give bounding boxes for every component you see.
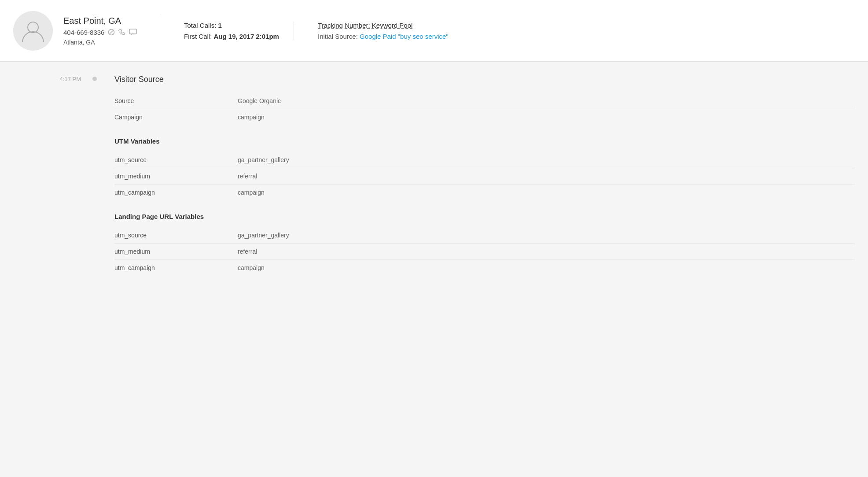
chat-icon[interactable] (129, 29, 137, 36)
initial-source-line: Initial Source: Google Paid "buy seo ser… (318, 33, 449, 40)
table-row: utm_campaign campaign (114, 185, 855, 200)
source-table: Source Google Organic Campaign campaign (114, 93, 855, 125)
total-calls-label: Total Calls: (184, 22, 216, 29)
contact-info: East Point, GA 404-669-8336 A (63, 16, 160, 46)
campaign-val: campaign (238, 114, 265, 121)
svg-point-0 (28, 22, 38, 33)
table-row: Source Google Organic (114, 93, 855, 109)
landing-utm-medium-key: utm_medium (114, 248, 238, 255)
table-row: utm_source ga_partner_gallery (114, 152, 855, 168)
contact-phone: 404-669-8336 (63, 29, 104, 36)
total-calls-line: Total Calls: 1 (184, 22, 280, 29)
svg-line-2 (109, 30, 114, 34)
time-label: 4:17 PM (60, 76, 81, 288)
contact-phone-row: 404-669-8336 (63, 29, 147, 36)
utm-medium-key: utm_medium (114, 173, 238, 180)
landing-utm-source-val: ga_partner_gallery (238, 232, 289, 239)
landing-table: utm_source ga_partner_gallery utm_medium… (114, 227, 855, 276)
section-title: Visitor Source (114, 75, 855, 84)
source-val: Google Organic (238, 97, 281, 104)
source-keyword: "buy seo service" (398, 33, 449, 40)
first-call-label: First Call: (184, 33, 212, 40)
contact-header: East Point, GA 404-669-8336 A (0, 0, 868, 62)
block-icon[interactable] (108, 29, 115, 36)
utm-source-key: utm_source (114, 156, 238, 163)
total-calls-value: 1 (218, 22, 222, 29)
timeline-area: 4:17 PM Visitor Source Source Google Org… (0, 62, 868, 301)
tracking-info: Tracking Number: Keyword Pool Initial So… (305, 22, 449, 40)
tracking-number-line: Tracking Number: Keyword Pool (318, 22, 449, 29)
source-key: Source (114, 97, 238, 104)
utm-campaign-key: utm_campaign (114, 189, 238, 196)
source-paid: Google Paid (360, 33, 396, 40)
table-row: utm_campaign campaign (114, 260, 855, 276)
timeline-dot-col (88, 75, 101, 288)
contact-city: East Point, GA (63, 16, 147, 26)
table-row: utm_source ga_partner_gallery (114, 227, 855, 244)
utm-source-val: ga_partner_gallery (238, 156, 289, 163)
phone-icon[interactable] (118, 29, 125, 36)
landing-utm-campaign-val: campaign (238, 264, 265, 271)
utm-campaign-val: campaign (238, 189, 265, 196)
contact-location: Atlanta, GA (63, 39, 147, 46)
landing-utm-medium-val: referral (238, 248, 257, 255)
table-row: utm_medium referral (114, 168, 855, 185)
timeline-dot (92, 77, 97, 81)
landing-utm-campaign-key: utm_campaign (114, 264, 238, 271)
landing-utm-source-key: utm_source (114, 232, 238, 239)
utm-table: utm_source ga_partner_gallery utm_medium… (114, 152, 855, 200)
utm-medium-val: referral (238, 173, 257, 180)
table-row: utm_medium referral (114, 244, 855, 260)
timeline-content: Visitor Source Source Google Organic Cam… (101, 75, 868, 288)
initial-source-label: Initial Source: (318, 33, 358, 40)
landing-section-title: Landing Page URL Variables (114, 213, 855, 220)
tracking-number-label: Tracking Number: (318, 22, 370, 29)
table-row: Campaign campaign (114, 109, 855, 125)
tracking-number-value: Keyword Pool (372, 22, 413, 29)
utm-section-title: UTM Variables (114, 137, 855, 145)
time-column: 4:17 PM (0, 75, 88, 288)
svg-rect-3 (129, 29, 136, 34)
call-stats: Total Calls: 1 First Call: Aug 19, 2017 … (171, 22, 294, 40)
avatar (13, 11, 53, 51)
first-call-line: First Call: Aug 19, 2017 2:01pm (184, 33, 280, 40)
campaign-key: Campaign (114, 114, 238, 121)
first-call-value: Aug 19, 2017 2:01pm (214, 33, 279, 40)
